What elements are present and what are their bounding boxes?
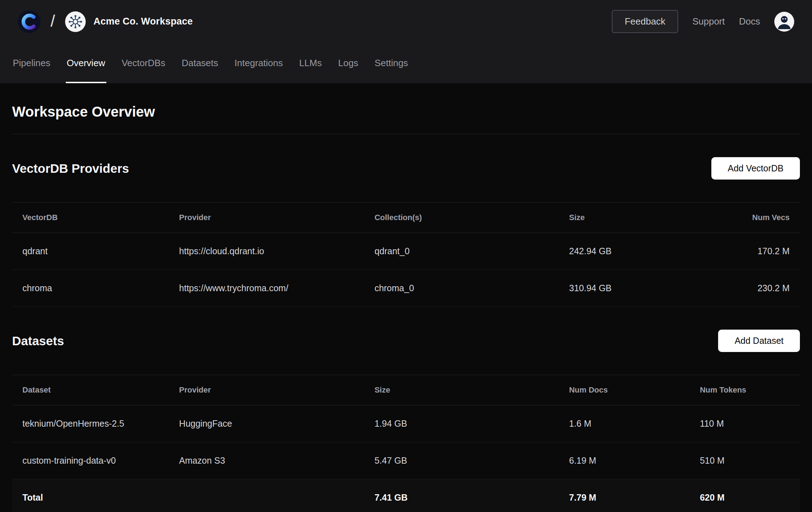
cell-num-tokens: 110 M — [700, 405, 800, 442]
brand-group: / Acme Co. Workspace — [18, 10, 193, 33]
cell-provider: Amazon S3 — [179, 442, 375, 479]
datasets-section-header: Datasets Add Dataset — [12, 330, 800, 352]
workspace-avatar-icon[interactable] — [65, 11, 86, 32]
cell-size: 5.47 GB — [375, 442, 569, 479]
tab-settings[interactable]: Settings — [375, 43, 408, 83]
vectordb-table: VectorDB Provider Collection(s) Size Num… — [12, 202, 800, 307]
total-row: Total 7.41 GB 7.79 M 620 M — [12, 479, 800, 512]
add-vectordb-button[interactable]: Add VectorDB — [711, 157, 800, 180]
datasets-section-title: Datasets — [12, 334, 64, 348]
col-header-dataset: Dataset — [12, 375, 179, 405]
table-header-row: VectorDB Provider Collection(s) Size Num… — [12, 203, 800, 233]
cell-collections: chroma_0 — [375, 270, 569, 307]
cell-total-label: Total — [12, 479, 179, 512]
header: / Acme Co. Workspace — [0, 0, 812, 43]
col-header-num-vecs: Num Vecs — [687, 203, 800, 233]
main-nav: Pipelines Overview VectorDBs Datasets In… — [0, 43, 812, 83]
col-header-collections: Collection(s) — [375, 203, 569, 233]
cell-num-tokens: 510 M — [700, 442, 800, 479]
breadcrumb-separator: / — [51, 11, 55, 31]
feedback-button[interactable]: Feedback — [612, 10, 678, 33]
top-chrome: / Acme Co. Workspace — [0, 0, 812, 83]
header-actions: Feedback Support Docs — [612, 10, 794, 33]
cell-dataset-name: custom-training-data-v0 — [12, 442, 179, 479]
cell-num-vecs: 230.2 M — [687, 270, 800, 307]
main-content: Workspace Overview VectorDB Providers Ad… — [0, 104, 812, 512]
cell-vectordb-name: chroma — [12, 270, 179, 307]
page-title: Workspace Overview — [12, 104, 800, 120]
cell-total-num-docs: 7.79 M — [569, 479, 700, 512]
workspace-name: Acme Co. Workspace — [94, 16, 193, 27]
vectordb-section-header: VectorDB Providers Add VectorDB — [12, 157, 800, 180]
table-row: chroma https://www.trychroma.com/ chroma… — [12, 270, 800, 307]
cell-provider: HuggingFace — [179, 405, 375, 442]
tab-datasets[interactable]: Datasets — [182, 43, 218, 83]
vectordb-table-body: qdrant https://cloud.qdrant.io qdrant_0 … — [12, 233, 800, 307]
cell-empty — [179, 479, 375, 512]
col-header-size: Size — [569, 203, 687, 233]
tab-vectordbs[interactable]: VectorDBs — [122, 43, 165, 83]
table-row: qdrant https://cloud.qdrant.io qdrant_0 … — [12, 233, 800, 270]
cell-size: 242.94 GB — [569, 233, 687, 270]
cell-total-size: 7.41 GB — [375, 479, 569, 512]
datasets-table-head: Dataset Provider Size Num Docs Num Token… — [12, 375, 800, 405]
title-divider — [12, 134, 800, 134]
cell-collections: qdrant_0 — [375, 233, 569, 270]
tab-integrations[interactable]: Integrations — [234, 43, 283, 83]
col-header-num-docs: Num Docs — [569, 375, 700, 405]
tab-pipelines[interactable]: Pipelines — [13, 43, 51, 83]
cell-vectordb-name: qdrant — [12, 233, 179, 270]
docs-link[interactable]: Docs — [739, 16, 760, 27]
support-link[interactable]: Support — [692, 16, 725, 27]
table-row: teknium/OpenHermes-2.5 HuggingFace 1.94 … — [12, 405, 800, 442]
cell-provider-url: https://www.trychroma.com/ — [179, 270, 375, 307]
table-row: custom-training-data-v0 Amazon S3 5.47 G… — [12, 442, 800, 479]
table-header-row: Dataset Provider Size Num Docs Num Token… — [12, 375, 800, 405]
vectordb-table-head: VectorDB Provider Collection(s) Size Num… — [12, 203, 800, 233]
cell-size: 1.94 GB — [375, 405, 569, 442]
tab-overview[interactable]: Overview — [67, 43, 105, 83]
tab-llms[interactable]: LLMs — [299, 43, 322, 83]
cell-num-vecs: 170.2 M — [687, 233, 800, 270]
cell-provider-url: https://cloud.qdrant.io — [179, 233, 375, 270]
col-header-provider: Provider — [179, 203, 375, 233]
user-avatar-icon[interactable] — [774, 12, 794, 32]
col-header-size: Size — [375, 375, 569, 405]
cell-num-docs: 1.6 M — [569, 405, 700, 442]
add-dataset-button[interactable]: Add Dataset — [718, 330, 800, 352]
company-logo-icon[interactable] — [18, 10, 41, 33]
col-header-vectordb: VectorDB — [12, 203, 179, 233]
cell-total-num-tokens: 620 M — [700, 479, 800, 512]
cell-dataset-name: teknium/OpenHermes-2.5 — [12, 405, 179, 442]
vectordb-section-title: VectorDB Providers — [12, 161, 129, 176]
datasets-table-body: teknium/OpenHermes-2.5 HuggingFace 1.94 … — [12, 405, 800, 512]
col-header-provider: Provider — [179, 375, 375, 405]
cell-size: 310.94 GB — [569, 270, 687, 307]
cell-num-docs: 6.19 M — [569, 442, 700, 479]
col-header-num-tokens: Num Tokens — [700, 375, 800, 405]
tab-logs[interactable]: Logs — [338, 43, 358, 83]
datasets-table: Dataset Provider Size Num Docs Num Token… — [12, 375, 800, 512]
